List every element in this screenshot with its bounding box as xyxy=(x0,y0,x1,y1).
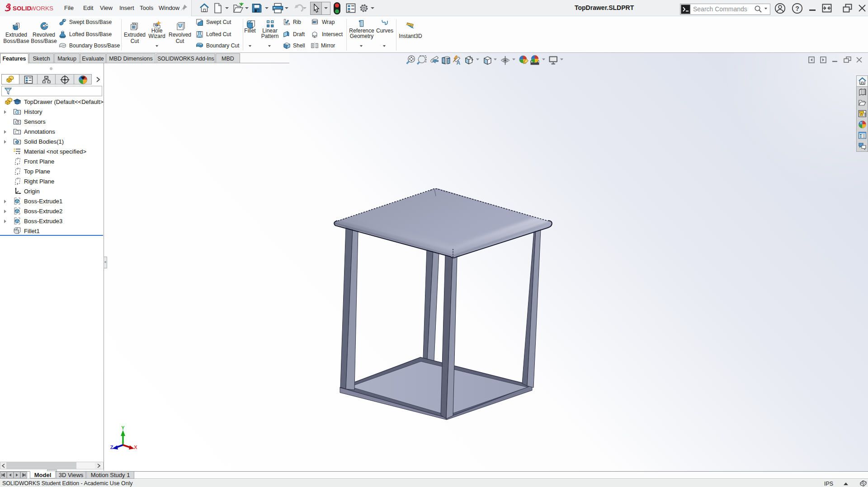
svg-text:SOLID: SOLID xyxy=(13,5,32,12)
svg-text:WORKS: WORKS xyxy=(30,5,53,12)
svg-text:A: A xyxy=(457,60,461,66)
svg-text:Z: Z xyxy=(110,445,113,450)
svg-text:Y: Y xyxy=(121,425,125,431)
svg-text:X: X xyxy=(134,445,137,450)
svg-text:?: ? xyxy=(795,5,799,12)
